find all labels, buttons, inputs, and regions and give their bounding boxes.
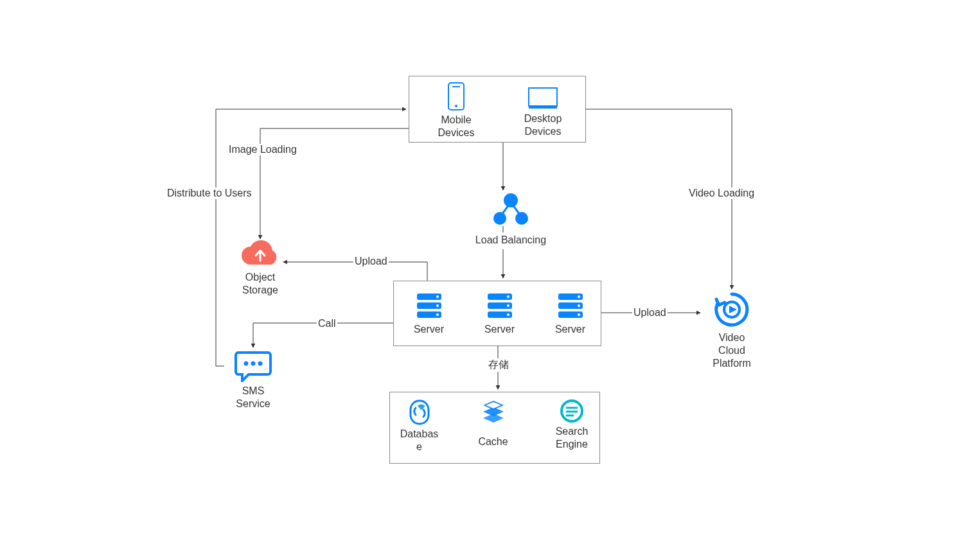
svg-point-13 — [436, 295, 439, 298]
search-engine: Search Engine — [546, 398, 598, 451]
server-label: Server — [414, 323, 444, 336]
label-distribute: Distribute to Users — [166, 188, 253, 199]
database: Databas e — [395, 398, 443, 453]
svg-point-19 — [507, 295, 509, 298]
load-balancing-icon — [491, 193, 530, 225]
video-cloud: Video Cloud Platform — [703, 290, 761, 370]
database-label: Databas e — [400, 428, 439, 453]
svg-point-7 — [504, 193, 518, 207]
label-upload-1: Upload — [353, 256, 389, 267]
svg-point-21 — [507, 313, 509, 316]
mobile-icon — [447, 82, 465, 111]
server-icon — [557, 292, 584, 319]
search-engine-label: Search Engine — [556, 425, 589, 451]
svg-rect-3 — [529, 88, 557, 106]
load-balancing: Load Balancing — [463, 193, 559, 247]
server-icon — [486, 292, 513, 319]
video-cloud-icon — [713, 290, 751, 329]
cache: Cache — [469, 398, 517, 448]
svg-point-8 — [493, 212, 506, 225]
sms-label: SMS Service — [236, 385, 270, 410]
database-icon — [405, 398, 434, 426]
cache-icon — [479, 398, 508, 426]
server-1: Server — [405, 292, 453, 336]
label-storage: 存储 — [487, 358, 510, 372]
server-label: Server — [555, 323, 585, 336]
svg-point-20 — [507, 304, 509, 307]
svg-point-14 — [436, 304, 439, 307]
load-balancing-label: Load Balancing — [475, 234, 546, 247]
server-2: Server — [475, 292, 524, 336]
cloud-upload-icon — [240, 240, 280, 268]
sms-service: SMS Service — [224, 349, 282, 410]
object-storage: Object Storage — [231, 240, 289, 297]
label-image-loading: Image Loading — [227, 144, 298, 155]
svg-point-2 — [455, 105, 457, 107]
search-engine-icon — [559, 398, 585, 424]
object-storage-label: Object Storage — [242, 271, 278, 297]
mobile-label: Mobile Devices — [438, 114, 475, 139]
video-cloud-label: Video Cloud Platform — [713, 331, 751, 370]
server-icon — [416, 292, 443, 319]
desktop-devices: Desktop Devices — [514, 87, 572, 138]
svg-point-25 — [578, 295, 580, 298]
svg-point-29 — [251, 362, 256, 366]
label-call: Call — [317, 318, 337, 329]
svg-point-9 — [515, 212, 528, 225]
server-3: Server — [546, 292, 594, 336]
mobile-devices: Mobile Devices — [430, 82, 482, 139]
label-video-loading: Video Loading — [687, 188, 756, 199]
label-upload-2: Upload — [632, 307, 668, 319]
svg-point-15 — [436, 313, 439, 316]
desktop-label: Desktop Devices — [524, 112, 562, 138]
svg-point-28 — [244, 362, 249, 366]
svg-point-26 — [578, 304, 580, 307]
server-label: Server — [484, 323, 515, 336]
desktop-icon — [527, 87, 558, 110]
svg-point-27 — [578, 313, 580, 316]
svg-rect-4 — [529, 106, 557, 109]
svg-point-30 — [258, 362, 263, 366]
cache-label: Cache — [478, 435, 508, 448]
sms-icon — [235, 349, 272, 382]
